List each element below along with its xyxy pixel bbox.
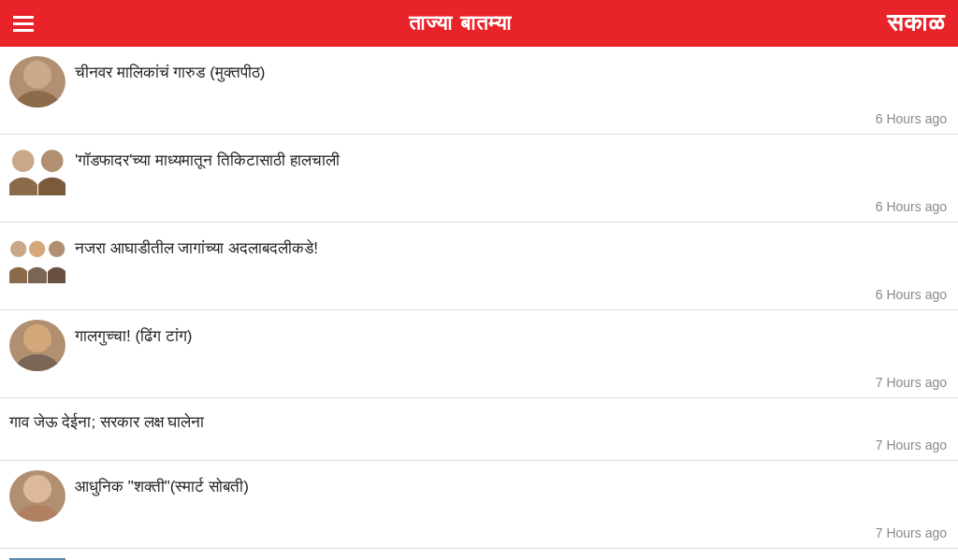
news-item-inner: 'गॉडफादर'च्या माध्यमातून तिकिटासाठी हालच… — [9, 144, 949, 195]
news-item-inner: नजरा आघाडीतील जागांच्या अदलाबदलीकडे! — [9, 232, 949, 283]
svg-point-4 — [40, 150, 63, 172]
list-item[interactable]: चीनवर मालिकांचं गारुड (मुक्तपीठ) 6 Hours… — [0, 47, 958, 135]
news-headline: आधुनिक "शक्ती"(स्मार्ट सोबती) — [75, 470, 949, 498]
news-headline: चीनवर मालिकांचं गारुड (मुक्तपीठ) — [75, 56, 949, 84]
svg-point-5 — [38, 178, 66, 195]
svg-point-11 — [48, 267, 65, 283]
news-time: 6 Hours ago — [9, 195, 949, 216]
app-header: ताज्या बातम्या सकाळ — [0, 0, 958, 47]
list-item[interactable]: गाव जेऊ देईना; सरकार लक्ष घालेना 7 Hours… — [0, 398, 958, 461]
news-item-inner: गालगुच्चा! (ढिंग टांग) — [9, 320, 949, 371]
news-time: 7 Hours ago — [9, 434, 949, 454]
news-headline: नजरा आघाडीतील जागांच्या अदलाबदलीकडे! — [75, 232, 949, 260]
svg-point-15 — [15, 505, 60, 522]
list-item[interactable]: आधुनिक "शक्ती"(स्मार्ट सोबती) 7 Hours ag… — [0, 461, 958, 549]
news-thumbnail — [9, 232, 65, 283]
news-thumbnail — [9, 144, 65, 195]
news-time: 6 Hours ago — [9, 283, 949, 304]
svg-point-10 — [49, 241, 65, 257]
svg-point-6 — [10, 241, 26, 257]
page-title: ताज्या बातम्या — [409, 11, 511, 36]
news-headline: 'गॉडफादर'च्या माध्यमातून तिकिटासाठी हालच… — [75, 144, 949, 172]
news-thumbnail — [9, 320, 65, 371]
svg-point-2 — [12, 150, 35, 172]
svg-point-3 — [9, 178, 37, 195]
svg-point-1 — [15, 91, 60, 108]
news-headline: गाव जेऊ देईना; सरकार लक्ष घालेना — [9, 408, 949, 434]
news-list: चीनवर मालिकांचं गारुड (मुक्तपीठ) 6 Hours… — [0, 47, 958, 560]
svg-point-9 — [28, 267, 46, 283]
list-item[interactable]: 'गॉडफादर'च्या माध्यमातून तिकिटासाठी हालच… — [0, 135, 958, 223]
svg-point-0 — [23, 61, 51, 89]
svg-point-13 — [15, 354, 60, 371]
list-item[interactable]: नजरा आघाडीतील जागांच्या अदलाबदलीकडे! 6 H… — [0, 223, 958, 310]
news-item-inner: गाव जेऊ देईना; सरकार लक्ष घालेना — [9, 408, 949, 434]
news-headline: गालगुच्चा! (ढिंग टांग) — [75, 320, 949, 348]
site-logo: सकाळ — [887, 9, 945, 37]
list-item[interactable]: राज्यात धरणांतील पाणीसाठा निम्म्यावर 7 H… — [0, 549, 958, 560]
list-item[interactable]: गालगुच्चा! (ढिंग टांग) 7 Hours ago — [0, 310, 958, 398]
news-time: 7 Hours ago — [9, 371, 949, 392]
news-item-inner: आधुनिक "शक्ती"(स्मार्ट सोबती) — [9, 470, 949, 522]
news-thumbnail — [9, 56, 65, 108]
news-thumbnail — [9, 470, 65, 522]
news-time: 7 Hours ago — [9, 522, 949, 542]
news-item-inner: चीनवर मालिकांचं गारुड (मुक्तपीठ) — [9, 56, 949, 108]
svg-point-14 — [23, 475, 51, 503]
svg-point-7 — [9, 267, 27, 283]
svg-point-12 — [23, 324, 51, 352]
menu-icon[interactable] — [13, 16, 34, 32]
svg-point-8 — [29, 241, 45, 257]
news-time: 6 Hours ago — [9, 108, 949, 128]
